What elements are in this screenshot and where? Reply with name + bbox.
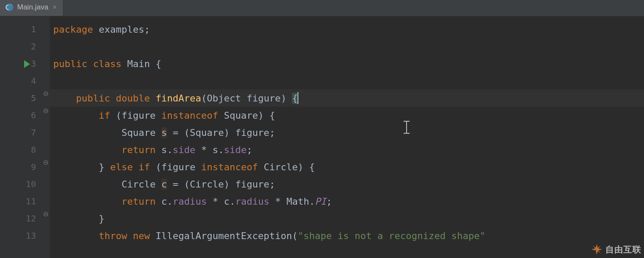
editor: 1 2 3 4 5 6 7 8 9 10 11 12 13 ⊖ ⊖ ⊖ ⊖ pa… [0,16,644,258]
code-line[interactable]: } else if (figure instanceof Circle) { [50,158,644,175]
line-number: 7 [0,124,41,141]
starburst-icon [591,243,603,255]
line-number: 9 [0,158,41,175]
code-line[interactable]: public double findArea(Object figure) { [50,89,644,107]
line-number: 8 [0,141,41,158]
text-caret [298,92,298,104]
svg-point-0 [6,3,13,11]
line-number-gutter: 1 2 3 4 5 6 7 8 9 10 11 12 13 [0,16,41,258]
line-number: 10 [0,175,41,193]
code-line[interactable]: if (figure instanceof Square) { [50,107,644,124]
watermark: 自由互联 [591,243,641,255]
code-line[interactable]: public class Main { [50,55,644,72]
line-number: 2 [0,38,41,55]
fold-toggle[interactable]: ⊖ [43,211,48,218]
i-beam-cursor-icon [406,122,407,133]
line-number: 13 [0,227,41,244]
tab-bar: Main.java × [0,0,644,16]
fold-toggle[interactable]: ⊖ [43,108,48,114]
code-line[interactable]: package examples; [50,21,644,38]
line-number: 1 [0,21,41,38]
run-icon[interactable] [24,60,30,68]
code-line[interactable]: return c.radius * c.radius * Math.PI; [50,193,644,210]
tab-label: Main.java [17,3,49,12]
fold-toggle[interactable]: ⊖ [43,159,48,166]
line-number: 5 [0,89,41,107]
code-line[interactable]: } [50,210,644,227]
code-area[interactable]: package examples; public class Main { pu… [50,16,644,258]
line-number: 4 [0,72,41,89]
code-line[interactable]: throw new IllegalArgumentException("shap… [50,227,644,244]
tab-main-java[interactable]: Main.java × [0,0,63,16]
code-line[interactable] [50,72,644,89]
line-number: 6 [0,107,41,124]
line-number: 11 [0,193,41,210]
line-number: 3 [0,55,41,72]
fold-gutter: ⊖ ⊖ ⊖ ⊖ [41,16,50,258]
line-number: 12 [0,210,41,227]
code-line[interactable] [50,38,644,55]
close-icon[interactable]: × [52,3,58,11]
java-class-icon [5,3,14,12]
code-line[interactable]: return s.side * s.side; [50,141,644,158]
code-line[interactable]: Square s = (Square) figure; [50,124,644,141]
watermark-text: 自由互联 [605,244,641,255]
fold-toggle[interactable]: ⊖ [43,90,48,97]
code-line[interactable]: Circle c = (Circle) figure; [50,175,644,193]
